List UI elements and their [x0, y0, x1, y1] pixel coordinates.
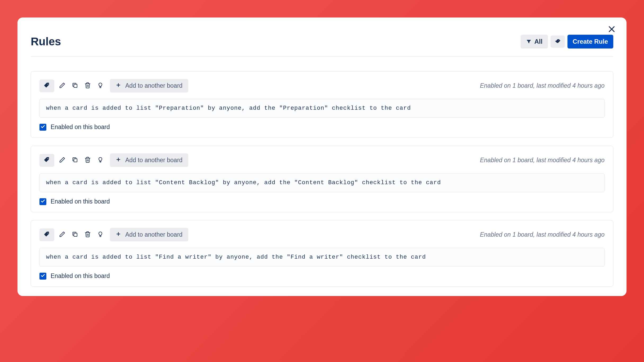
- check-icon: [41, 124, 45, 130]
- enabled-label: Enabled on this board: [51, 123, 110, 131]
- enabled-row: Enabled on this board: [39, 272, 605, 280]
- enabled-label: Enabled on this board: [51, 198, 110, 205]
- delete-button[interactable]: [83, 230, 92, 240]
- trash-icon: [84, 231, 91, 238]
- add-to-board-button[interactable]: Add to another board: [110, 153, 188, 167]
- enabled-row: Enabled on this board: [39, 198, 605, 205]
- svg-rect-7: [74, 159, 77, 162]
- enabled-row: Enabled on this board: [39, 123, 605, 131]
- hint-button[interactable]: [96, 81, 105, 91]
- rule-card: Add to another board Enabled on 1 board,…: [31, 71, 613, 138]
- delete-button[interactable]: [83, 81, 92, 91]
- rule-actions: Add to another board: [39, 79, 188, 92]
- copy-icon: [72, 157, 78, 164]
- rule-toolbar: Add to another board Enabled on 1 board,…: [39, 228, 605, 241]
- tags-button[interactable]: [551, 36, 565, 48]
- rule-card: Add to another board Enabled on 1 board,…: [31, 220, 613, 287]
- tag-icon: [44, 231, 50, 238]
- tag-icon: [44, 157, 50, 164]
- copy-button[interactable]: [70, 230, 80, 240]
- page-title: Rules: [31, 35, 61, 48]
- close-button[interactable]: [607, 25, 616, 34]
- rule-actions: Add to another board: [39, 153, 188, 167]
- copy-button[interactable]: [70, 156, 80, 165]
- delete-button[interactable]: [83, 156, 92, 165]
- trash-icon: [84, 157, 91, 164]
- plus-icon: [116, 231, 121, 238]
- rule-meta: Enabled on 1 board, last modified 4 hour…: [480, 231, 605, 238]
- hint-button[interactable]: [96, 156, 105, 165]
- check-icon: [41, 273, 45, 279]
- create-rule-label: Create Rule: [573, 38, 608, 45]
- add-to-board-label: Add to another board: [125, 157, 182, 164]
- rule-toolbar: Add to another board Enabled on 1 board,…: [39, 79, 605, 92]
- tag-icon: [44, 82, 50, 89]
- add-to-board-label: Add to another board: [125, 82, 182, 89]
- pencil-icon: [59, 157, 65, 164]
- filter-label: All: [534, 38, 543, 45]
- lightbulb-icon: [97, 231, 104, 238]
- create-rule-button[interactable]: Create Rule: [567, 35, 613, 48]
- edit-button[interactable]: [57, 81, 67, 91]
- tag-button[interactable]: [39, 80, 54, 92]
- modal-header: Rules All Create Rule: [31, 35, 613, 57]
- copy-icon: [72, 82, 78, 89]
- enabled-checkbox[interactable]: [39, 273, 46, 280]
- pencil-icon: [59, 231, 65, 238]
- rules-list: Add to another board Enabled on 1 board,…: [31, 71, 613, 287]
- rule-toolbar: Add to another board Enabled on 1 board,…: [39, 153, 605, 167]
- enabled-checkbox[interactable]: [39, 198, 46, 205]
- lightbulb-icon: [97, 82, 104, 89]
- svg-rect-2: [74, 84, 77, 87]
- header-actions: All Create Rule: [521, 35, 613, 48]
- tag-button[interactable]: [39, 228, 54, 241]
- rule-body: when a card is added to list "Preparatio…: [39, 99, 605, 118]
- copy-button[interactable]: [70, 81, 80, 91]
- plus-icon: [116, 157, 121, 164]
- add-to-board-label: Add to another board: [125, 231, 182, 238]
- enabled-label: Enabled on this board: [51, 272, 110, 280]
- add-to-board-button[interactable]: Add to another board: [110, 228, 188, 241]
- svg-rect-12: [74, 233, 77, 236]
- rule-card: Add to another board Enabled on 1 board,…: [31, 146, 613, 212]
- filter-icon: [526, 39, 532, 45]
- rule-actions: Add to another board: [39, 228, 188, 241]
- tag-button[interactable]: [39, 154, 54, 167]
- edit-button[interactable]: [57, 230, 67, 240]
- check-icon: [41, 199, 45, 205]
- enabled-checkbox[interactable]: [39, 124, 46, 131]
- rule-body: when a card is added to list "Find a wri…: [39, 248, 605, 267]
- filter-all-button[interactable]: All: [521, 35, 548, 48]
- lightbulb-icon: [97, 157, 104, 164]
- rules-modal: Rules All Create Rule: [17, 17, 627, 296]
- rule-body: when a card is added to list "Content Ba…: [39, 173, 605, 192]
- copy-icon: [72, 231, 78, 238]
- plus-icon: [116, 82, 121, 89]
- trash-icon: [84, 82, 91, 89]
- tags-icon: [555, 39, 561, 45]
- rule-meta: Enabled on 1 board, last modified 4 hour…: [480, 82, 605, 89]
- rule-meta: Enabled on 1 board, last modified 4 hour…: [480, 157, 605, 164]
- close-icon: [607, 25, 616, 33]
- pencil-icon: [59, 82, 65, 89]
- hint-button[interactable]: [96, 230, 105, 240]
- edit-button[interactable]: [57, 156, 67, 165]
- add-to-board-button[interactable]: Add to another board: [110, 79, 188, 92]
